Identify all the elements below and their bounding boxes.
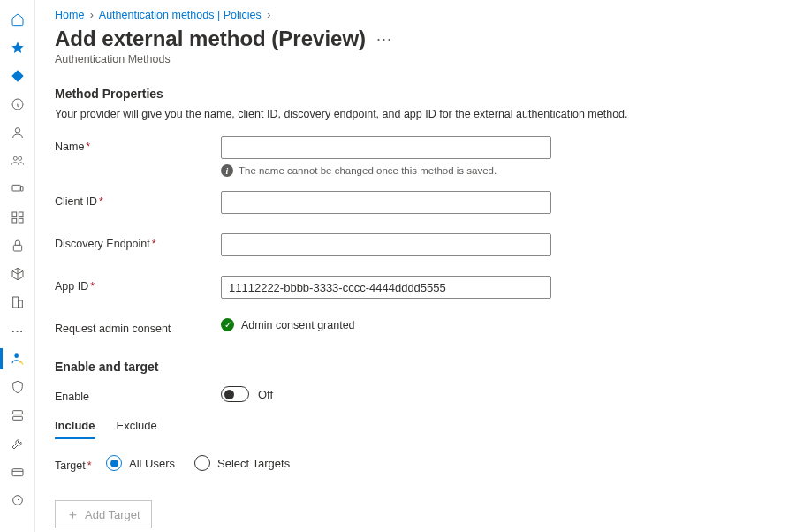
enable-target-heading: Enable and target: [55, 360, 777, 374]
svg-point-13: [14, 353, 19, 358]
sidebar: ···: [0, 0, 35, 532]
sidebar-lock[interactable]: [0, 232, 35, 260]
enable-toggle[interactable]: [221, 386, 249, 402]
more-icon: ···: [11, 324, 24, 338]
svg-point-2: [13, 156, 17, 160]
svg-rect-17: [12, 469, 23, 476]
sidebar-shield[interactable]: [0, 373, 35, 401]
info-icon: [11, 97, 25, 111]
home-icon: [11, 12, 25, 27]
app-id-input[interactable]: [221, 276, 551, 299]
method-properties-desc: Your provider will give you the name, cl…: [55, 108, 777, 120]
sidebar-identity[interactable]: [0, 345, 35, 373]
sidebar-home[interactable]: [0, 5, 35, 34]
sidebar-server[interactable]: [0, 401, 35, 429]
sidebar-cube[interactable]: [0, 260, 35, 288]
chevron-right-icon: ›: [90, 9, 94, 21]
radio-select-targets[interactable]: Select Targets: [194, 455, 290, 471]
card-icon: [11, 465, 25, 479]
include-exclude-tabs: Include Exclude: [55, 419, 777, 439]
devices-icon: [11, 182, 25, 196]
svg-point-3: [19, 156, 22, 160]
svg-rect-6: [12, 212, 17, 217]
page-subtitle: Authentication Methods: [55, 53, 777, 65]
radio-icon: [194, 455, 210, 471]
sidebar-groups[interactable]: [0, 147, 35, 175]
svg-rect-16: [13, 416, 23, 420]
svg-rect-12: [19, 300, 23, 308]
discovery-input[interactable]: [221, 233, 551, 256]
person-key-icon: [11, 352, 25, 366]
server-icon: [11, 408, 25, 422]
sidebar-diamond[interactable]: [0, 62, 35, 90]
plus-icon: ＋: [66, 506, 80, 523]
radio-all-users[interactable]: All Users: [106, 455, 175, 471]
breadcrumb-policies[interactable]: Authentication methods | Policies: [99, 9, 262, 21]
sidebar-dial[interactable]: [0, 486, 35, 514]
svg-rect-4: [12, 185, 20, 191]
building-icon: [11, 295, 25, 309]
sidebar-users[interactable]: [0, 118, 35, 147]
app-id-label: App ID*: [55, 276, 221, 293]
name-label: Name*: [55, 136, 221, 153]
breadcrumb-home[interactable]: Home: [55, 9, 84, 21]
dial-icon: [11, 493, 25, 507]
enable-state-text: Off: [258, 388, 273, 401]
sidebar-wrench[interactable]: [0, 429, 35, 458]
tab-include[interactable]: Include: [55, 419, 95, 439]
wrench-icon: [11, 437, 25, 451]
consent-label: Request admin consent: [55, 318, 221, 335]
svg-rect-10: [13, 245, 21, 251]
tab-exclude[interactable]: Exclude: [117, 419, 157, 439]
check-icon: ✓: [221, 318, 234, 331]
groups-icon: [11, 154, 25, 168]
svg-point-1: [15, 128, 19, 133]
svg-rect-9: [19, 218, 23, 223]
info-icon: i: [221, 164, 233, 177]
sidebar-card[interactable]: [0, 458, 35, 486]
sidebar-info[interactable]: [0, 90, 35, 118]
svg-rect-11: [13, 297, 19, 308]
svg-rect-7: [19, 212, 23, 217]
radio-icon: [106, 455, 122, 471]
sidebar-devices[interactable]: [0, 175, 35, 203]
svg-rect-8: [12, 218, 17, 223]
discovery-label: Discovery Endpoint*: [55, 233, 221, 250]
sidebar-building[interactable]: [0, 288, 35, 316]
target-label: Target*: [55, 455, 106, 472]
client-id-label: Client ID*: [55, 191, 221, 208]
svg-rect-5: [20, 186, 23, 191]
method-properties-heading: Method Properties: [55, 87, 777, 101]
main-content: Home › Authentication methods | Policies…: [35, 0, 796, 532]
apps-icon: [11, 210, 25, 224]
breadcrumb: Home › Authentication methods | Policies…: [55, 9, 777, 21]
svg-point-14: [19, 361, 22, 363]
page-title: Add external method (Preview): [55, 27, 366, 51]
shield-icon: [11, 380, 25, 394]
sidebar-apps[interactable]: [0, 203, 35, 232]
name-input[interactable]: [221, 136, 551, 159]
more-actions-icon[interactable]: ···: [376, 30, 392, 49]
person-icon: [11, 125, 25, 140]
consent-status: ✓ Admin consent granted: [221, 318, 551, 331]
svg-rect-15: [13, 411, 23, 414]
name-hint: i The name cannot be changed once this m…: [221, 164, 551, 177]
sidebar-favorites[interactable]: [0, 34, 35, 62]
chevron-right-icon: ›: [267, 9, 270, 21]
star-icon: [11, 41, 25, 55]
diamond-icon: [11, 69, 25, 83]
enable-label: Enable: [55, 386, 221, 403]
client-id-input[interactable]: [221, 191, 551, 214]
sidebar-more[interactable]: ···: [0, 316, 35, 345]
cube-icon: [11, 267, 25, 281]
lock-icon: [11, 239, 25, 253]
add-target-button[interactable]: ＋ Add Target: [55, 500, 152, 528]
